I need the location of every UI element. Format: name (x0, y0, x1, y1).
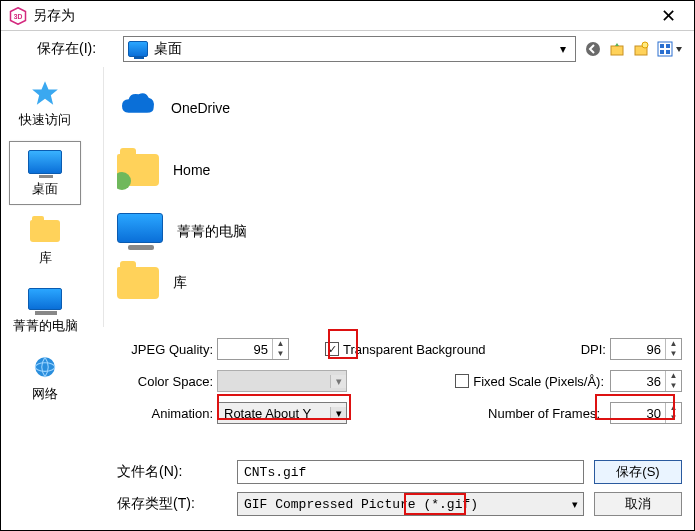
frames-spinner[interactable]: ▲▼ (610, 402, 682, 424)
sidebar-item-this-pc[interactable]: 菁菁的电脑 (9, 279, 81, 341)
window-title: 另存为 (33, 7, 650, 25)
spinner-up-icon[interactable]: ▲ (666, 403, 681, 413)
filetype-combo[interactable]: GIF Compressed Picture (*.gif) ▾ (237, 492, 584, 516)
app-icon: 3D (9, 7, 27, 25)
new-folder-icon[interactable] (632, 40, 650, 58)
transparent-checkbox[interactable]: ✓ (325, 342, 339, 356)
list-item[interactable]: Home (117, 139, 680, 201)
save-in-value: 桌面 (154, 40, 555, 58)
computer-icon (9, 283, 81, 315)
transparent-label: Transparent Background (339, 342, 486, 357)
chevron-down-icon: ▾ (330, 375, 346, 388)
filename-input[interactable] (237, 460, 584, 484)
user-folder-icon (117, 154, 159, 186)
sidebar-item-quick-access[interactable]: 快速访问 (9, 73, 81, 135)
places-sidebar: 快速访问 桌面 库 菁菁的电脑 网络 (1, 67, 89, 491)
spinner-up-icon[interactable]: ▲ (273, 339, 288, 349)
title-bar: 3D 另存为 ✕ (1, 1, 694, 31)
save-button[interactable]: 保存(S) (594, 460, 682, 484)
file-name: 库 (173, 274, 187, 292)
export-options: JPEG Quality: ▲▼ ✓ Transparent Backgroun… (117, 333, 682, 433)
jpeg-quality-input[interactable] (218, 339, 272, 359)
dpi-spinner[interactable]: ▲▼ (610, 338, 682, 360)
fixed-scale-checkbox[interactable] (455, 374, 469, 388)
list-item[interactable]: 库 (117, 263, 680, 303)
computer-icon (117, 213, 163, 251)
desktop-icon (10, 146, 80, 178)
svg-point-12 (35, 357, 55, 377)
save-in-label: 保存在(I): (37, 40, 123, 58)
views-icon[interactable] (656, 40, 684, 58)
close-button[interactable]: ✕ (650, 2, 686, 30)
filename-type-panel: 文件名(N): 保存(S) 保存类型(T): GIF Compressed Pi… (117, 456, 682, 520)
spinner-down-icon[interactable]: ▼ (666, 413, 681, 423)
list-item[interactable]: OneDrive (117, 77, 680, 139)
frames-label: Number of Frames: (488, 406, 604, 421)
cancel-button[interactable]: 取消 (594, 492, 682, 516)
svg-rect-7 (660, 44, 664, 48)
folder-icon (9, 215, 81, 247)
svg-rect-10 (666, 50, 670, 54)
svg-marker-11 (32, 81, 58, 104)
svg-point-5 (642, 42, 648, 48)
filetype-value: GIF Compressed Picture (*.gif) (238, 497, 567, 512)
sidebar-item-desktop[interactable]: 桌面 (9, 141, 81, 205)
chevron-down-icon: ▾ (555, 42, 571, 56)
animation-value: Rotate About Y (218, 406, 330, 421)
svg-rect-3 (611, 46, 623, 55)
network-icon (9, 351, 81, 383)
list-item[interactable]: 菁菁的电脑 (117, 201, 680, 263)
chevron-down-icon: ▾ (567, 498, 583, 511)
spinner-down-icon[interactable]: ▼ (273, 349, 288, 359)
spinner-up-icon[interactable]: ▲ (666, 371, 681, 381)
spinner-up-icon[interactable]: ▲ (666, 339, 681, 349)
svg-text:3D: 3D (14, 13, 23, 20)
spinner-down-icon[interactable]: ▼ (666, 349, 681, 359)
jpeg-quality-label: JPEG Quality: (117, 342, 217, 357)
animation-combo[interactable]: Rotate About Y ▾ (217, 402, 347, 424)
filename-label: 文件名(N): (117, 463, 237, 481)
filetype-label: 保存类型(T): (117, 495, 237, 513)
file-name: 菁菁的电脑 (177, 223, 247, 241)
sidebar-item-label: 菁菁的电脑 (13, 318, 78, 333)
svg-point-2 (586, 42, 600, 56)
fixed-scale-label: Fixed Scale (Pixels/Å): (469, 374, 604, 389)
sidebar-item-label: 桌面 (32, 181, 58, 196)
colorspace-label: Color Space: (117, 374, 217, 389)
back-icon[interactable] (584, 40, 602, 58)
fixed-scale-spinner[interactable]: ▲▼ (610, 370, 682, 392)
dpi-input[interactable] (611, 339, 665, 359)
svg-rect-9 (660, 50, 664, 54)
chevron-down-icon: ▾ (330, 407, 346, 420)
animation-label: Animation: (117, 406, 217, 421)
jpeg-quality-spinner[interactable]: ▲▼ (217, 338, 289, 360)
up-one-level-icon[interactable] (608, 40, 626, 58)
file-name: OneDrive (171, 100, 230, 116)
sidebar-item-label: 快速访问 (19, 112, 71, 127)
onedrive-icon (117, 86, 157, 130)
sidebar-item-label: 库 (39, 250, 52, 265)
desktop-icon (128, 41, 148, 57)
sidebar-item-libraries[interactable]: 库 (9, 211, 81, 273)
spinner-down-icon[interactable]: ▼ (666, 381, 681, 391)
sidebar-item-label: 网络 (32, 386, 58, 401)
folder-icon (117, 267, 159, 299)
file-name: Home (173, 162, 210, 178)
save-in-combo[interactable]: 桌面 ▾ (123, 36, 576, 62)
frames-input[interactable] (611, 403, 665, 423)
fixed-scale-input[interactable] (611, 371, 665, 391)
dpi-label: DPI: (576, 342, 610, 357)
star-icon (9, 77, 81, 109)
colorspace-combo: ▾ (217, 370, 347, 392)
svg-rect-8 (666, 44, 670, 48)
sidebar-item-network[interactable]: 网络 (9, 347, 81, 409)
